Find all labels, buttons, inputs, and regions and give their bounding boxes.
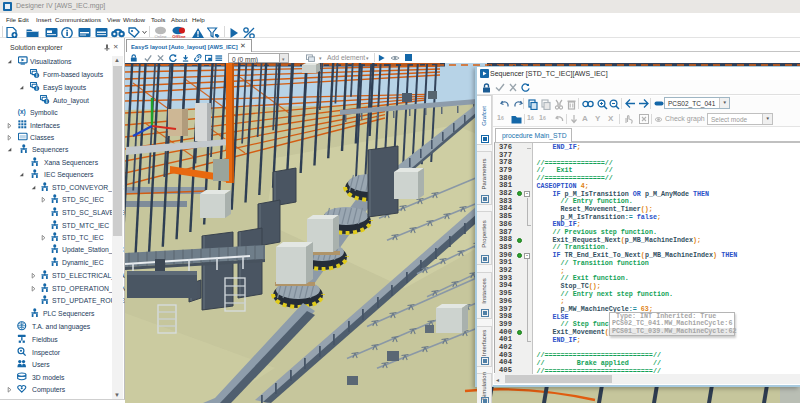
svg-text:i: i: [46, 99, 47, 104]
svg-text:i: i: [36, 73, 37, 78]
svg-text:(x): (x): [18, 108, 26, 116]
svg-text:i: i: [36, 86, 37, 91]
